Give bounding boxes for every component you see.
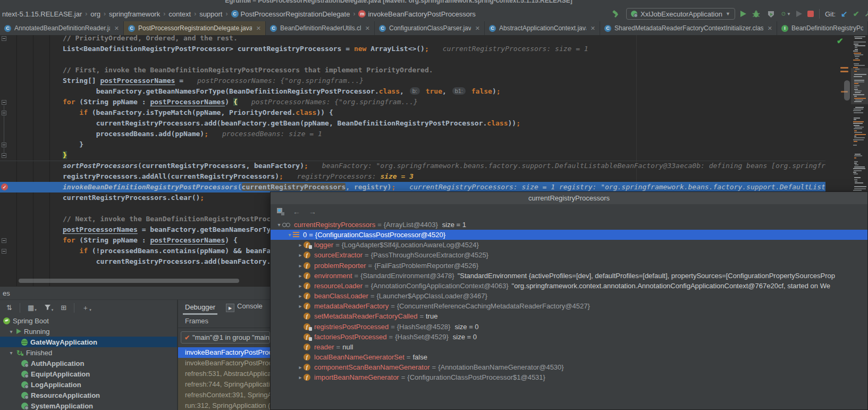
code-line[interactable]: for (String ppName : postProcessorNames)… [0, 97, 825, 107]
fold-marker-icon[interactable] [2, 238, 6, 243]
inspect-icon[interactable] [277, 208, 284, 215]
expand-chevron-icon[interactable]: ▾ [9, 350, 14, 356]
expand-chevron-icon[interactable]: ▸ [297, 364, 304, 370]
variable-row[interactable]: ▾currentRegistryProcessors={ArrayList@44… [271, 220, 868, 230]
forward-icon[interactable]: → [309, 207, 316, 216]
services-tree-item[interactable]: Spring Boot [0, 315, 177, 326]
variable-row[interactable]: fregistriesPostProcessed={HashSet@4528}s… [271, 322, 868, 332]
close-icon[interactable]: ✕ [114, 25, 119, 32]
build-hammer-icon[interactable] [611, 9, 621, 19]
inspections-ok-icon[interactable]: ✔ [837, 36, 844, 46]
group-by-icon[interactable]: ▦▾ [28, 304, 37, 312]
variable-row[interactable]: freader=null [271, 342, 868, 352]
close-icon[interactable]: ✕ [256, 25, 261, 32]
expand-chevron-icon[interactable]: ▸ [297, 303, 304, 309]
code-line[interactable]: } [0, 139, 825, 150]
breadcrumb-item[interactable]: minvokeBeanFactoryPostProcessors [357, 10, 476, 18]
code-line[interactable]: List<BeanDefinitionRegistryPostProcessor… [0, 44, 825, 54]
editor-tab[interactable]: CSharedMetadataReaderFactoryContextIniti… [600, 21, 777, 35]
editor-tab[interactable]: CBeanDefinitionReaderUtils.class✕ [266, 21, 375, 35]
services-tree-item[interactable]: ResourceApplication [0, 390, 177, 400]
expand-chevron-icon[interactable]: ▾ [9, 329, 14, 334]
debug-button[interactable] [752, 9, 761, 19]
breadcrumb-item[interactable]: context [167, 10, 192, 18]
expand-chevron-icon[interactable]: ▸ [297, 263, 304, 269]
fold-marker-icon[interactable] [2, 36, 6, 41]
stack-frame-row[interactable]: refresh:744, SpringApplicatio [178, 379, 271, 390]
close-icon[interactable]: ✕ [475, 25, 480, 32]
breakpoint-icon[interactable]: ✓ [1, 183, 8, 190]
breadcrumb-item[interactable]: springframework [108, 10, 161, 18]
services-tree-item[interactable]: ▾Running [0, 326, 177, 337]
code-line[interactable] [0, 54, 825, 65]
services-tree-item[interactable]: SystemApplication [0, 400, 177, 410]
code-line[interactable]: String[] postProcessorNames =postProcess… [0, 76, 825, 86]
add-service-icon[interactable]: ＋▾ [82, 303, 91, 313]
git-update-icon[interactable]: ↙ [841, 9, 848, 19]
breadcrumb-item[interactable]: CPostProcessorRegistrationDelegate [230, 10, 351, 18]
git-push-icon[interactable]: ↗ [864, 9, 868, 19]
breadcrumb-item[interactable]: support [198, 10, 223, 18]
services-tree-item[interactable]: ▾↻Finished [0, 347, 177, 358]
code-line[interactable]: beanFactory.getBeanNamesForType(BeanDefi… [0, 86, 825, 97]
run-configuration-select[interactable]: XxlJobExecutorApplication ▼ [626, 8, 735, 20]
fold-marker-icon[interactable] [2, 249, 6, 254]
profiler-button[interactable]: ▼ [781, 9, 791, 19]
horizontal-scrollbar[interactable] [19, 279, 239, 283]
variable-row[interactable]: ▸fenvironment={StandardEnvironment@3478}… [271, 271, 868, 281]
variable-row[interactable]: ▸fbeanClassLoader={Launcher$AppClassLoad… [271, 291, 868, 301]
code-line[interactable]: currentRegistryProcessors.add(beanFactor… [0, 118, 825, 129]
expand-chevron-icon[interactable]: ▸ [297, 273, 304, 279]
services-tree-item[interactable]: GateWayApplication [0, 337, 177, 347]
tab-debugger[interactable]: Debugger [185, 303, 215, 311]
services-tree-item[interactable]: EquiptApplication [0, 369, 177, 379]
variable-row[interactable]: ▸flogger={LogAdapter$Slf4jLocationAwareL… [271, 240, 868, 250]
breadcrumb-item[interactable]: ntext-5.1.15.RELEASE.jar [1, 10, 83, 18]
stack-frame-row[interactable]: run:312, SpringApplication (o [178, 400, 271, 410]
fold-marker-icon[interactable] [2, 153, 6, 158]
add-configuration-icon[interactable]: ⊞ [61, 304, 66, 312]
vertical-scrollbar[interactable] [844, 80, 850, 101]
close-icon[interactable]: ✕ [768, 25, 772, 32]
editor-tab[interactable]: CConfigurationClassParser.java✕ [375, 21, 485, 35]
code-line[interactable]: } [0, 150, 825, 161]
expand-chevron-icon[interactable]: ▸ [297, 252, 304, 258]
editor-tab[interactable]: CAnnotatedBeanDefinitionReader.java✕ [0, 21, 124, 35]
run-with-coverage-button[interactable] [766, 9, 776, 19]
filter-icon[interactable]: ▾ [44, 304, 54, 312]
expand-chevron-icon[interactable]: ▸ [297, 293, 304, 299]
variable-row[interactable]: ▸fresourceLoader={AnnotationConfigApplic… [271, 281, 868, 291]
rerun-button-disabled[interactable] [796, 11, 802, 17]
expand-chevron-icon[interactable]: ▸ [297, 242, 304, 248]
expand-chevron-icon[interactable]: ▾ [286, 232, 293, 238]
code-line[interactable]: processedBeans.add(ppName);processedBean… [0, 129, 825, 139]
variable-row[interactable]: ffactoriesPostProcessed={HashSet@4529}si… [271, 332, 868, 342]
editor-tab[interactable]: CAbstractApplicationContext.java✕ [485, 21, 600, 35]
variable-row[interactable]: ▾0={ConfigurationClassPostProcessor@4520… [271, 230, 868, 240]
code-line[interactable]: // First, invoke the BeanDefinitionRegis… [0, 65, 825, 76]
tab-console[interactable]: ▶Console [226, 302, 263, 313]
thread-selector[interactable]: ✔ "main"@1 in group "main": [181, 331, 270, 344]
stack-frame-row[interactable]: refreshContext:391, SpringAp [178, 390, 271, 400]
close-icon[interactable]: ✕ [591, 25, 595, 32]
git-commit-icon[interactable]: ✔ [853, 10, 859, 18]
code-line[interactable]: sortPostProcessors(currentRegistryProces… [0, 161, 825, 171]
expand-chevron-icon[interactable]: ▸ [297, 374, 304, 380]
stack-frame-row[interactable]: invokeBeanFactoryPostProce [178, 347, 271, 358]
services-tree-item[interactable]: AuthApplication [0, 358, 177, 369]
stop-button[interactable] [807, 11, 814, 17]
run-button[interactable] [740, 11, 746, 17]
expand-chevron-icon[interactable]: ▸ [297, 283, 304, 289]
expand-chevron-icon[interactable]: ▾ [276, 222, 282, 228]
variable-row[interactable]: flocalBeanNameGeneratorSet=false [271, 352, 868, 362]
back-icon[interactable]: ← [293, 207, 300, 216]
close-icon[interactable]: ✕ [365, 25, 370, 32]
variable-row[interactable]: ▸fproblemReporter={FailFastProblemReport… [271, 261, 868, 271]
stack-frame-row[interactable]: refresh:531, AbstractApplicat [178, 369, 271, 379]
variable-row[interactable]: ▸fmetadataReaderFactory={ConcurrentRefer… [271, 301, 868, 311]
code-line[interactable]: if (beanFactory.isTypeMatch(ppName, Prio… [0, 107, 825, 118]
code-line[interactable]: // PriorityOrdered, Ordered, and the res… [0, 35, 825, 44]
variable-row[interactable]: ▸fcomponentScanBeanNameGenerator={Annota… [271, 362, 868, 372]
variable-row[interactable]: fsetMetadataReaderFactoryCalled=true [271, 311, 868, 321]
services-tree-item[interactable]: LogApplication [0, 379, 177, 390]
